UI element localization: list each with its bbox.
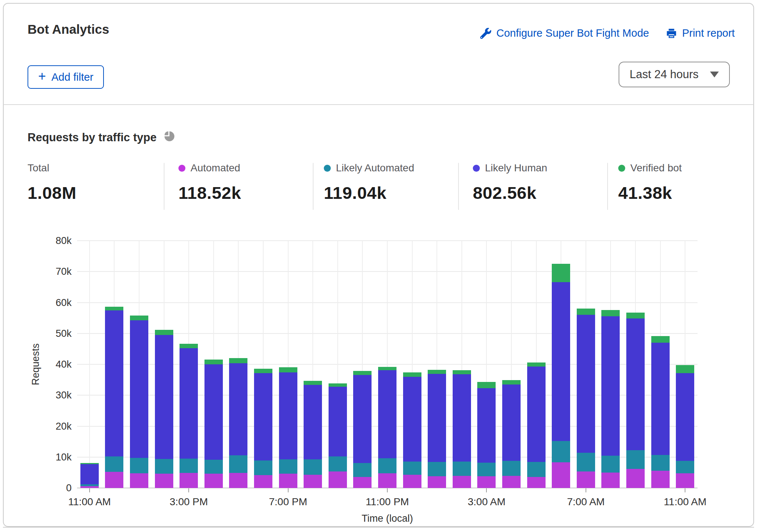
stat-divider [313, 163, 314, 210]
stat-item: Total1.08M [28, 162, 76, 203]
stat-label-row: Likely Automated [324, 162, 414, 174]
configure-super-bot-fight-mode-link[interactable]: Configure Super Bot Fight Mode [480, 27, 649, 39]
printer-icon [666, 28, 677, 39]
stat-divider [458, 163, 459, 210]
section-title: Requests by traffic type [28, 131, 174, 144]
page-title: Bot Analytics [28, 22, 109, 37]
stat-dot [178, 165, 185, 172]
add-filter-button[interactable]: + Add filter [28, 65, 104, 89]
next-section-divider [3, 527, 754, 528]
stat-item: Likely Human802.56k [473, 162, 547, 203]
traffic-type-stats: Total1.08MAutomated118.52kLikely Automat… [0, 162, 757, 221]
stat-item: Automated118.52k [178, 162, 241, 203]
stat-dot [618, 165, 625, 172]
stat-value: 41.38k [618, 183, 682, 203]
stat-label-row: Automated [178, 162, 241, 174]
plus-icon: + [38, 70, 46, 83]
stat-value: 119.04k [324, 183, 414, 203]
stat-label: Verified bot [630, 162, 682, 174]
stat-divider [164, 163, 164, 210]
configure-link-label: Configure Super Bot Fight Mode [496, 27, 649, 39]
header-divider [3, 104, 754, 105]
stat-item: Verified bot41.38k [618, 162, 682, 203]
stat-label-row: Total [28, 162, 76, 174]
chevron-down-icon [710, 72, 719, 77]
stat-label: Automated [191, 162, 240, 174]
stat-dot [473, 165, 480, 172]
header-links: Configure Super Bot Fight Mode Print rep… [480, 27, 735, 39]
stat-label-row: Verified bot [618, 162, 682, 174]
stat-item: Likely Automated119.04k [324, 162, 414, 203]
print-report-link[interactable]: Print report [666, 27, 735, 39]
stat-value: 802.56k [473, 183, 547, 203]
pie-chart-icon [164, 131, 174, 144]
stat-label: Likely Human [485, 162, 547, 174]
section-title-label: Requests by traffic type [28, 131, 156, 144]
add-filter-label: Add filter [51, 71, 93, 83]
stat-value: 118.52k [178, 183, 241, 203]
time-range-value: Last 24 hours [630, 68, 699, 81]
print-link-label: Print report [682, 27, 735, 39]
stat-divider [607, 163, 608, 210]
time-range-select[interactable]: Last 24 hours [619, 62, 730, 87]
stat-value: 1.08M [28, 183, 76, 203]
stat-dot [324, 165, 331, 172]
stat-label: Likely Automated [336, 162, 414, 174]
stat-label: Total [28, 162, 49, 174]
wrench-icon [480, 28, 491, 39]
stat-label-row: Likely Human [473, 162, 547, 174]
